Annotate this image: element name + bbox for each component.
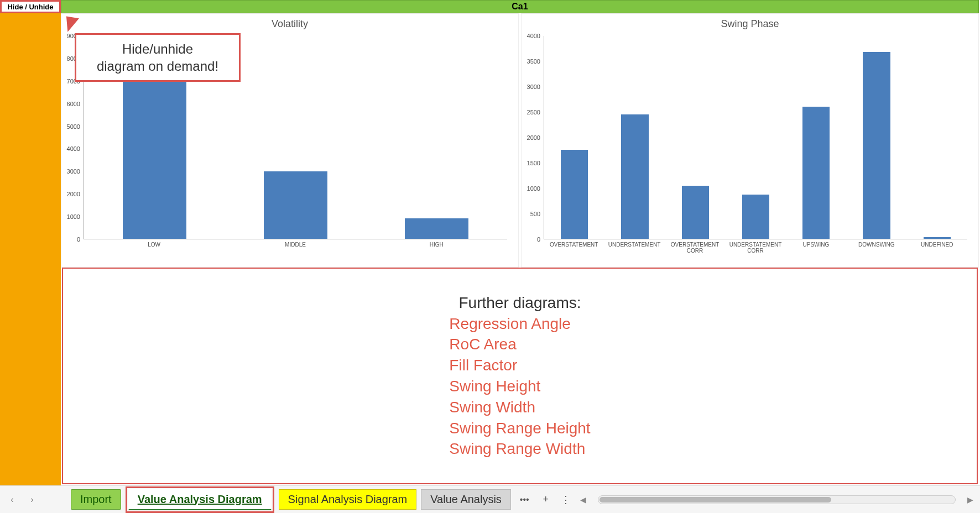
tab-value-analysis-diagram-label: Value Analysis Diagram xyxy=(138,493,262,505)
hide-unhide-button[interactable]: Hide / Unhide xyxy=(0,0,61,13)
tab-nav-next-icon[interactable]: › xyxy=(24,492,40,507)
hscroll-right-icon[interactable]: ▶ xyxy=(965,495,976,504)
x-label: MIDDLE xyxy=(225,242,366,261)
y-tick: 4000 xyxy=(67,145,80,152)
chart-bar xyxy=(802,107,830,239)
hscroll-left-icon[interactable]: ◀ xyxy=(578,495,589,504)
sheet-header-bar: Ca1 xyxy=(61,0,979,13)
y-tick: 6000 xyxy=(67,101,80,107)
y-tick: 500 xyxy=(530,211,540,217)
sheet-header-title: Ca1 xyxy=(512,2,528,12)
x-label: OVERSTATEMENT CORR xyxy=(665,242,725,261)
further-diagram-item: Swing Width xyxy=(449,397,590,418)
horizontal-scrollbar-thumb[interactable] xyxy=(600,497,831,502)
x-label: HIGH xyxy=(366,242,507,261)
further-diagrams-title: Further diagrams: xyxy=(459,292,581,313)
tab-value-analysis[interactable]: Value Analysis xyxy=(421,489,511,510)
add-sheet-button[interactable]: + xyxy=(538,492,554,507)
callout-line-1: Hide/unhide xyxy=(85,40,230,57)
chart-plot-swing-phase xyxy=(544,36,967,239)
tab-import-label: Import xyxy=(80,493,112,505)
chart-bar xyxy=(682,186,709,239)
chart-bar xyxy=(123,74,186,239)
further-diagram-item: Swing Height xyxy=(449,376,590,397)
further-diagram-item: RoC Area xyxy=(449,334,590,355)
chart-xlabels-swing-phase: OVERSTATEMENTUNDERSTATEMENTOVERSTATEMENT… xyxy=(544,242,967,261)
sheet-tab-bar: ‹ › Import Value Analysis Diagram Signal… xyxy=(0,485,980,513)
x-label: DOWNSWING xyxy=(846,242,906,261)
further-diagrams-list: Regression AngleRoC AreaFill FactorSwing… xyxy=(449,313,590,460)
chart-swing-phase: Swing Phase 0500100015002000250030003500… xyxy=(521,13,979,268)
y-tick: 3000 xyxy=(67,168,80,175)
tab-value-analysis-diagram[interactable]: Value Analysis Diagram xyxy=(128,489,272,510)
horizontal-scrollbar[interactable] xyxy=(598,495,956,504)
y-tick: 1000 xyxy=(67,213,80,220)
x-label: UNDEFINED xyxy=(907,242,967,261)
x-label: LOW xyxy=(84,242,225,261)
y-tick: 5000 xyxy=(67,123,80,130)
tab-signal-analysis-diagram-label: Signal Analysis Diagram xyxy=(288,493,408,505)
sheet-menu-icon[interactable]: ⋮ xyxy=(558,492,574,507)
chart-bar xyxy=(863,52,890,239)
chart-yaxis-swing-phase: 05001000150020002500300035004000 xyxy=(522,36,543,239)
x-label: UPSWING xyxy=(786,242,846,261)
left-sidebar-strip xyxy=(0,13,61,485)
y-tick: 2000 xyxy=(67,191,80,197)
chart-bar xyxy=(561,150,588,239)
tab-active-highlight: Value Analysis Diagram xyxy=(126,486,274,513)
hide-unhide-label: Hide / Unhide xyxy=(7,3,53,11)
y-tick: 3500 xyxy=(527,58,540,65)
x-label: UNDERSTATEMENT xyxy=(604,242,664,261)
callout-line-2: diagram on demand! xyxy=(85,57,230,75)
y-tick: 1500 xyxy=(527,160,540,166)
tab-nav-prev-icon[interactable]: ‹ xyxy=(4,492,20,507)
x-label: OVERSTATEMENT xyxy=(544,242,604,261)
y-tick: 2000 xyxy=(527,134,540,141)
chart-bar xyxy=(405,218,468,239)
chart-body-swing-phase: 05001000150020002500300035004000 xyxy=(544,36,967,239)
y-tick: 3000 xyxy=(527,83,540,90)
tab-signal-analysis-diagram[interactable]: Signal Analysis Diagram xyxy=(279,489,417,510)
chart-title-volatility: Volatility xyxy=(61,14,518,30)
further-diagram-item: Regression Angle xyxy=(449,313,590,334)
further-diagram-item: Swing Range Width xyxy=(449,438,590,459)
tab-import[interactable]: Import xyxy=(71,489,121,510)
tab-value-analysis-label: Value Analysis xyxy=(430,493,502,505)
x-label: UNDERSTATEMENT CORR xyxy=(725,242,785,261)
tab-overflow-icon[interactable]: ••• xyxy=(515,491,534,508)
y-tick: 1000 xyxy=(527,185,540,192)
chart-bar xyxy=(742,195,769,239)
y-tick: 0 xyxy=(77,236,80,243)
y-tick: 4000 xyxy=(527,33,540,39)
further-diagram-item: Fill Factor xyxy=(449,355,590,376)
further-diagrams-panel: Further diagrams: Regression AngleRoC Ar… xyxy=(62,268,978,484)
chart-xlabels-volatility: LOWMIDDLEHIGH xyxy=(84,242,507,261)
callout-box: Hide/unhide diagram on demand! xyxy=(75,33,241,82)
chart-bar xyxy=(924,237,951,239)
further-diagram-item: Swing Range Height xyxy=(449,418,590,439)
y-tick: 0 xyxy=(537,236,540,243)
chart-title-swing-phase: Swing Phase xyxy=(522,14,978,30)
y-tick: 2500 xyxy=(527,109,540,116)
chart-bar xyxy=(264,171,327,239)
chart-bar xyxy=(621,114,648,239)
